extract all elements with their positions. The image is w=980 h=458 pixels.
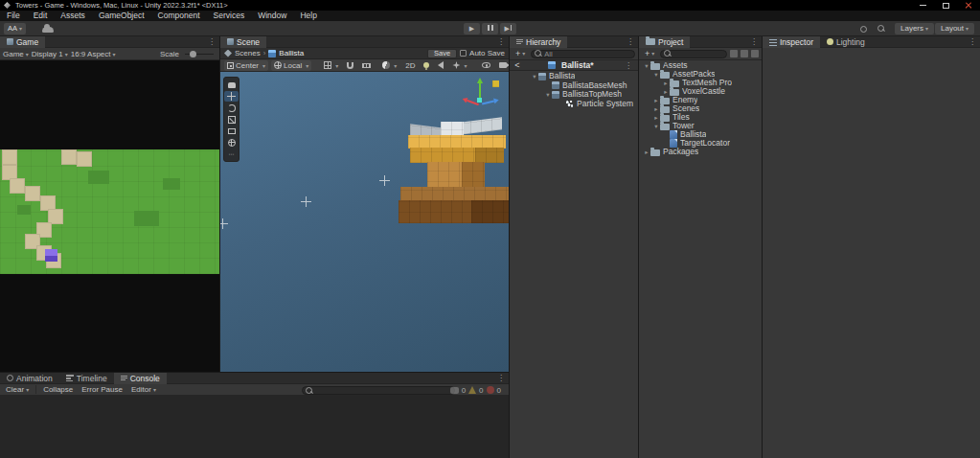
save-prefab-button[interactable]: Save (427, 49, 457, 58)
tab-game[interactable]: Game (0, 36, 45, 48)
error-pause-toggle[interactable]: Error Pause (78, 384, 126, 396)
panel-menu-icon[interactable] (493, 374, 509, 382)
expand-arrow[interactable]: ▸ (652, 96, 660, 104)
hierarchy-search-input[interactable] (544, 50, 631, 58)
gizmo-center-handle[interactable] (477, 98, 482, 103)
error-messages-icon[interactable] (487, 386, 494, 394)
tab-lighting[interactable]: Lighting (820, 36, 872, 48)
project-item[interactable]: ▸ Enemy (639, 96, 762, 104)
project-item[interactable]: ▾ Assets (639, 61, 762, 70)
expand-arrow[interactable]: ▸ (662, 79, 670, 87)
prefab-root-name[interactable]: Ballista* (561, 60, 594, 70)
project-item[interactable]: ▸ Packages (639, 148, 762, 156)
project-item[interactable]: ▾ Tower (639, 122, 762, 130)
menu-help[interactable]: Help (293, 11, 323, 21)
console-log-area[interactable] (0, 396, 509, 458)
game-view[interactable] (0, 60, 219, 372)
expand-arrow[interactable]: ▾ (531, 72, 538, 81)
hierarchy-item[interactable]: ▾ BallistaTopMesh (510, 90, 638, 100)
tab-project[interactable]: Project (639, 36, 690, 48)
hierarchy-item[interactable]: ▾ Ballista (510, 72, 638, 81)
prefab-menu-icon[interactable] (621, 61, 636, 70)
undo-history-icon[interactable] (860, 26, 867, 33)
expand-arrow[interactable]: ▸ (662, 87, 670, 96)
create-asset-button[interactable] (642, 49, 657, 58)
snap-increment-button[interactable] (344, 60, 356, 71)
layout-dropdown[interactable]: Layout (935, 23, 974, 34)
search-by-label-icon[interactable] (741, 50, 748, 57)
expand-arrow[interactable]: ▾ (652, 70, 660, 79)
warning-messages-icon[interactable] (468, 386, 476, 394)
menu-component[interactable]: Component (151, 11, 207, 21)
panel-menu-icon[interactable] (746, 37, 762, 46)
expand-arrow[interactable]: ▾ (643, 61, 650, 70)
scene-visibility-toggle[interactable] (479, 60, 493, 71)
hierarchy-item[interactable]: Particle System (510, 100, 638, 109)
step-button[interactable]: ▶ (500, 23, 516, 34)
panel-menu-icon[interactable] (204, 37, 219, 46)
exit-prefab-button[interactable] (512, 60, 523, 70)
menu-edit[interactable]: Edit (27, 11, 55, 21)
project-item[interactable]: ▸ Scenes (639, 104, 762, 113)
move-tool-button[interactable] (224, 91, 239, 102)
project-item[interactable]: ▸ VoxelCastle (639, 87, 762, 96)
effects-dropdown[interactable] (449, 60, 469, 71)
project-item[interactable]: ▸ Tiles (639, 113, 762, 122)
clear-button[interactable]: Clear (2, 384, 33, 396)
auto-save-checkbox[interactable] (460, 50, 467, 57)
display-dropdown[interactable]: Display 1 (32, 50, 68, 58)
maximize-button[interactable] (934, 0, 957, 11)
pivot-toggle[interactable]: Center (224, 60, 268, 71)
project-item[interactable]: ▸ TextMesh Pro (639, 79, 762, 87)
grid-snap-button[interactable] (321, 60, 341, 71)
panel-menu-icon[interactable] (965, 37, 980, 46)
menu-file[interactable]: File (0, 11, 27, 21)
expand-arrow[interactable]: ▾ (652, 122, 660, 130)
game-mode-dropdown[interactable]: Game (3, 50, 29, 58)
scene-audio-toggle[interactable] (435, 60, 446, 71)
hierarchy-item[interactable]: BallistaBaseMesh (510, 81, 638, 91)
measure-button[interactable] (359, 60, 374, 71)
pause-button[interactable] (482, 23, 498, 34)
tab-hierarchy[interactable]: Hierarchy (510, 36, 567, 48)
tab-scene[interactable]: Scene (220, 36, 266, 48)
tab-inspector[interactable]: Inspector (763, 36, 820, 48)
close-button[interactable] (957, 0, 980, 11)
menu-window[interactable]: Window (251, 11, 293, 21)
tab-animation[interactable]: Animation (0, 373, 59, 384)
menu-assets[interactable]: Assets (54, 11, 92, 21)
scale-tool-button[interactable] (224, 114, 239, 125)
rect-tool-button[interactable] (224, 126, 239, 136)
breadcrumb-prefab[interactable]: Ballista (279, 49, 304, 57)
search-by-type-icon[interactable] (730, 50, 738, 57)
tab-console[interactable]: Console (114, 373, 167, 384)
toggle-2d-button[interactable]: 2D (402, 60, 418, 71)
panel-menu-icon[interactable] (493, 37, 509, 46)
project-item[interactable]: ▾ AssetPacks (639, 70, 762, 79)
collapse-toggle[interactable]: Collapse (39, 384, 77, 396)
console-search-input[interactable] (315, 386, 451, 395)
editor-dropdown[interactable]: Editor (127, 384, 160, 396)
project-item[interactable]: Ballista (639, 130, 762, 139)
breadcrumb-scene[interactable]: Scenes (235, 49, 261, 57)
play-button[interactable]: ▶ (464, 23, 480, 34)
view-tool-button[interactable] (224, 80, 239, 90)
minimize-button[interactable] (911, 0, 934, 11)
search-icon[interactable] (877, 25, 885, 33)
menu-services[interactable]: Services (207, 11, 252, 21)
account-button[interactable]: AA (4, 23, 26, 34)
project-search-input[interactable] (673, 50, 723, 58)
rotate-tool-button[interactable] (224, 103, 239, 113)
expand-arrow[interactable]: ▸ (652, 113, 660, 122)
move-gizmo[interactable] (465, 77, 497, 109)
scene-lighting-toggle[interactable] (421, 60, 432, 71)
favorites-icon[interactable] (751, 50, 759, 57)
info-messages-icon[interactable] (450, 387, 459, 394)
scale-slider[interactable] (185, 54, 214, 55)
draw-mode-dropdown[interactable] (379, 60, 399, 71)
expand-arrow[interactable]: ▾ (544, 90, 552, 100)
aspect-dropdown[interactable]: 16:9 Aspect (71, 50, 116, 58)
add-gameobject-button[interactable] (513, 49, 528, 58)
cloud-services-icon[interactable] (42, 27, 54, 33)
orientation-toggle[interactable]: Local (271, 60, 311, 71)
